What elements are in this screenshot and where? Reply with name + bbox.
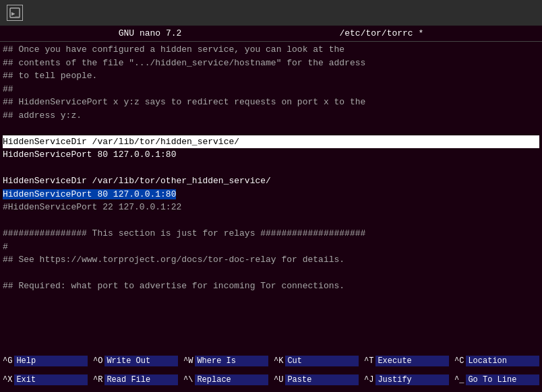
nano-version: GNU nano 7.2 — [119, 28, 182, 38]
shortcut-bar: ^G Help ^O Write Out ^W Where Is ^K Cut … — [0, 352, 542, 389]
shortcut-paste[interactable]: ^U Paste — [271, 370, 361, 389]
shortcut-label-help[interactable]: Help — [14, 356, 88, 366]
shortcut-label-paste[interactable]: Paste — [285, 374, 359, 385]
line-16: # — [3, 240, 539, 254]
shortcut-key-location: ^C — [454, 356, 464, 366]
shortcut-execute[interactable]: ^T Execute — [361, 352, 452, 370]
terminal-icon: ▶_ — [7, 5, 23, 21]
shortcut-label-location[interactable]: Location — [466, 356, 539, 366]
file-path: /etc/tor/torrc * — [339, 28, 423, 38]
shortcut-replace[interactable]: ^\ Replace — [181, 370, 271, 389]
shortcut-gotoline[interactable]: ^_ Go To Line — [452, 370, 542, 389]
line-7 — [3, 122, 539, 135]
shortcut-justify[interactable]: ^J Justify — [361, 370, 452, 389]
shortcut-key-paste: ^U — [274, 375, 283, 385]
shortcut-cut[interactable]: ^K Cut — [271, 352, 361, 370]
line-3: ## to tell people. — [3, 69, 539, 83]
line-19: ## Required: what port to advertise for … — [3, 280, 539, 293]
shortcut-label-writeout[interactable]: Write Out — [104, 356, 178, 366]
line-2: ## contents of the file ".../hidden_serv… — [3, 57, 539, 70]
shortcut-label-execute[interactable]: Execute — [375, 356, 449, 366]
shortcut-help[interactable]: ^G Help — [0, 352, 90, 370]
shortcut-label-cut[interactable]: Cut — [285, 356, 359, 366]
svg-text:▶_: ▶_ — [11, 10, 19, 17]
shortcut-key-help: ^G — [3, 356, 12, 366]
line-18 — [3, 267, 539, 280]
shortcut-label-replace[interactable]: Replace — [195, 374, 268, 385]
shortcut-key-gotoline: ^_ — [454, 375, 464, 385]
shortcut-label-exit[interactable]: Exit — [14, 374, 88, 385]
shortcut-label-gotoline[interactable]: Go To Line — [466, 374, 539, 385]
shortcut-key-justify: ^J — [364, 375, 373, 385]
line-9: HiddenServicePort 80 127.0.0.1:80 — [3, 148, 539, 162]
shortcut-writeout[interactable]: ^O Write Out — [90, 352, 181, 370]
nano-header: GNU nano 7.2 /etc/tor/torrc * — [0, 26, 542, 42]
line-15: ################ This section is just fo… — [3, 227, 539, 240]
shortcut-readfile[interactable]: ^R Read File — [90, 370, 181, 389]
editor-area[interactable]: ## Once you have configured a hidden ser… — [0, 42, 542, 352]
shortcut-label-readfile[interactable]: Read File — [104, 374, 178, 385]
line-11: HiddenServiceDir /var/lib/tor/other_hidd… — [3, 174, 539, 188]
line-cursor: HiddenServiceDir /var/lib/tor/hidden_ser… — [3, 135, 539, 149]
shortcut-key-exit: ^X — [3, 375, 12, 385]
line-6: ## address y:z. — [3, 109, 539, 123]
line-4: ## — [3, 83, 539, 96]
shortcut-key-cut: ^K — [274, 356, 283, 366]
shortcut-label-justify[interactable]: Justify — [375, 374, 449, 385]
shortcut-whereis[interactable]: ^W Where Is — [181, 352, 271, 370]
line-13: #HiddenServicePort 22 127.0.0.1:22 — [3, 201, 539, 214]
line-5: ## HiddenServicePort x y:z says to redir… — [3, 96, 539, 109]
titlebar: ▶_ — [0, 0, 542, 26]
shortcut-key-writeout: ^O — [93, 356, 102, 366]
line-selected: HiddenServicePort 80 127.0.0.1:80 — [3, 188, 539, 201]
line-1: ## Once you have configured a hidden ser… — [3, 43, 539, 57]
shortcut-key-whereis: ^W — [183, 356, 193, 366]
line-10 — [3, 162, 539, 175]
shortcut-exit[interactable]: ^X Exit — [0, 370, 90, 389]
shortcut-key-readfile: ^R — [93, 375, 102, 385]
line-17: ## See https://www.torproject.org/docs/t… — [3, 253, 539, 267]
shortcut-label-whereis[interactable]: Where Is — [195, 356, 268, 366]
shortcut-key-replace: ^\ — [183, 375, 193, 385]
line-14 — [3, 214, 539, 228]
shortcut-location[interactable]: ^C Location — [452, 352, 542, 370]
shortcut-key-execute: ^T — [364, 356, 373, 366]
